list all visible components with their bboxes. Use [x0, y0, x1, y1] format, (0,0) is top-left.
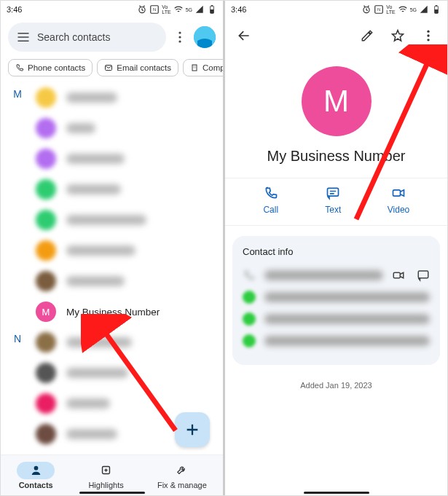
signal-icon [419, 4, 429, 15]
star-icon [390, 28, 405, 43]
filter-chips-row: Phone contacts Email contacts Compan [1, 56, 223, 82]
svg-rect-31 [418, 271, 428, 278]
svg-point-25 [427, 31, 429, 33]
network-label: 5G [410, 7, 417, 12]
nav-item-highlights[interactable]: Highlights [87, 462, 125, 489]
contact-avatar-wrapper: M [225, 53, 447, 141]
search-box[interactable]: Search contacts [8, 23, 166, 52]
status-time: 3:46 [231, 5, 246, 14]
wifi-icon [173, 4, 184, 15]
add-contact-fab[interactable] [175, 412, 210, 447]
detail-toolbar [225, 18, 447, 53]
wrench-icon [176, 464, 188, 476]
nfc-icon: N [374, 4, 384, 15]
svg-rect-30 [393, 272, 400, 278]
video-icon [390, 186, 406, 200]
status-bar: 3:46 N VoLTE 5G [1, 1, 223, 18]
contact-row[interactable] [1, 327, 223, 358]
overflow-menu-button[interactable] [415, 23, 441, 49]
nav-contacts-label: Contacts [19, 481, 53, 489]
svg-text:N: N [377, 7, 380, 12]
alarm-icon [137, 4, 147, 15]
hamburger-icon [17, 32, 30, 42]
alarm-icon [361, 4, 372, 15]
vertical-dots-icon [178, 31, 181, 43]
volte-icon: VoLTE [162, 4, 170, 15]
signal-icon [194, 4, 205, 15]
contact-name-label: My Business Number [66, 307, 160, 318]
home-indicator[interactable] [304, 492, 369, 494]
video-small-icon[interactable] [392, 269, 405, 282]
svg-point-27 [427, 39, 429, 41]
nav-item-contacts[interactable]: Contacts [17, 462, 55, 489]
message-small-icon[interactable] [417, 269, 430, 282]
phone-screen-contacts-list: 3:46 N VoLTE 5G Search contacts Phon [1, 1, 225, 495]
pencil-icon [360, 28, 374, 43]
phone-screen-contact-detail: 3:46 N VoLTE 5G M My Business [225, 1, 447, 495]
info-row[interactable] [243, 308, 430, 330]
home-indicator[interactable] [79, 492, 145, 494]
svg-rect-24 [436, 5, 437, 6]
contact-row-my-business[interactable]: M My Business Number [1, 296, 223, 327]
status-bar: 3:46 N VoLTE 5G [225, 1, 447, 18]
contact-row[interactable] [1, 358, 223, 388]
action-video-button[interactable]: Video [388, 186, 409, 215]
network-label: 5G [186, 7, 192, 12]
chip-company-label: Compan [203, 63, 223, 72]
contact-name-title: My Business Number [225, 141, 447, 178]
svg-point-8 [178, 31, 181, 34]
overflow-menu-button[interactable] [172, 31, 188, 43]
chip-phone-contacts[interactable]: Phone contacts [8, 59, 93, 76]
contact-row[interactable] [1, 266, 223, 296]
contact-row[interactable] [1, 82, 223, 113]
back-button[interactable] [231, 23, 257, 49]
contact-row[interactable] [1, 205, 223, 235]
info-row[interactable] [243, 286, 430, 308]
call-icon [263, 186, 279, 200]
contact-row[interactable] [1, 235, 223, 266]
action-call-button[interactable]: Call [263, 186, 279, 215]
svg-rect-7 [211, 5, 213, 6]
plus-icon [184, 422, 200, 438]
profile-avatar[interactable] [194, 26, 216, 48]
chip-email-contacts[interactable]: Email contacts [97, 59, 178, 76]
status-time: 3:46 [7, 5, 22, 14]
action-text-button[interactable]: Text [325, 186, 341, 215]
action-text-label: Text [325, 205, 341, 215]
volte-icon: VoLTE [386, 4, 395, 15]
search-row: Search contacts [1, 18, 223, 56]
contact-row[interactable] [1, 113, 223, 143]
svg-rect-6 [211, 9, 214, 13]
email-small-icon [104, 63, 113, 72]
phone-blur-icon [243, 269, 256, 282]
contacts-list[interactable]: M M My Business Number N [1, 82, 223, 454]
info-title-label: Contact info [243, 246, 430, 257]
favorite-button[interactable] [385, 23, 411, 49]
contact-avatar[interactable]: M [302, 66, 372, 136]
svg-rect-28 [328, 188, 339, 196]
whatsapp-blur-icon [243, 334, 256, 347]
contact-row[interactable] [1, 143, 223, 174]
edit-button[interactable] [354, 23, 380, 49]
svg-point-14 [34, 466, 38, 471]
text-icon [325, 186, 341, 200]
svg-rect-29 [393, 190, 401, 196]
info-row[interactable] [243, 330, 430, 352]
svg-text:N: N [153, 7, 156, 12]
search-placeholder: Search contacts [37, 31, 110, 43]
bottom-navigation: Contacts Highlights Fix & manage [1, 454, 223, 495]
nav-item-fixmanage[interactable]: Fix & manage [157, 462, 207, 489]
info-row-phone[interactable] [243, 264, 430, 286]
person-icon [30, 464, 42, 476]
battery-icon [207, 4, 217, 15]
svg-rect-23 [435, 9, 439, 13]
contact-row[interactable] [1, 174, 223, 205]
action-call-label: Call [263, 205, 278, 215]
nav-fixmanage-label: Fix & manage [157, 481, 207, 489]
chip-email-label: Email contacts [117, 63, 171, 72]
chip-company[interactable]: Compan [183, 59, 223, 76]
whatsapp-blur-icon [243, 312, 256, 326]
added-date-label: Added Jan 19, 2023 [225, 375, 447, 395]
wifi-icon [398, 4, 408, 15]
chip-phone-label: Phone contacts [28, 63, 85, 72]
